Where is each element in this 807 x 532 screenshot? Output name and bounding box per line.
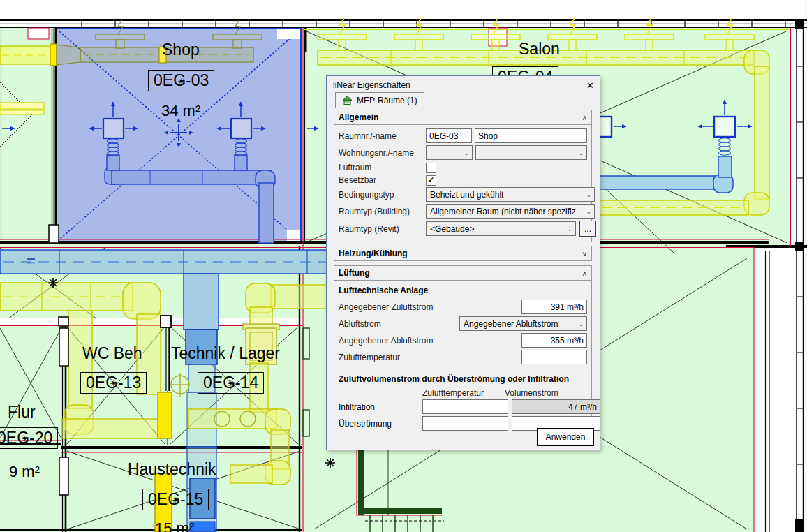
infiltration-label: Infiltration xyxy=(339,402,422,412)
ueberstroemung-label: Überströmung xyxy=(339,419,422,429)
close-icon[interactable]: ✕ xyxy=(586,81,594,90)
raumtyp-more-button[interactable]: ... xyxy=(579,221,596,237)
chevron-down-icon: ⌄ xyxy=(567,226,572,232)
tab-strip: MEP-Räume (1) xyxy=(327,92,600,108)
infiltration-temp-field[interactable] xyxy=(422,399,508,414)
infiltration-heading: Zuluftvolumenstrom durch Überströmung od… xyxy=(339,374,587,384)
infiltration-volume-field: 47 m³/h xyxy=(512,399,600,414)
luftraum-label: Luftraum xyxy=(339,163,426,172)
section-body-lueftung: Lufttechnische Anlage Angegebener Zuluft… xyxy=(334,281,592,436)
tab-label: MEP-Räume (1) xyxy=(357,96,417,105)
anlage-heading: Lufttechnische Anlage xyxy=(339,286,587,295)
chevron-up-icon[interactable]: ∧ xyxy=(582,269,587,277)
chevron-down-icon: ⌄ xyxy=(586,191,591,198)
room-label-shop: Shop xyxy=(162,40,200,59)
room-area-haustechnik: 15 m² xyxy=(155,519,194,532)
section-body-allgemein: Raumnr./-name 0EG-03 Shop Wohnungsnr./-n… xyxy=(334,125,592,242)
wohnungsname-select[interactable]: ⌄ xyxy=(475,145,587,160)
zuluft-label: Angegebener Zuluftstrom xyxy=(339,302,521,312)
wohnungsnr-label: Wohnungsnr./-name xyxy=(339,148,426,158)
section-header-lueftung[interactable]: Lüftung ∧ xyxy=(334,265,592,281)
raumnr-label: Raumnr./-name xyxy=(339,131,426,141)
apply-button[interactable]: Anwenden xyxy=(537,428,594,446)
bedingungstyp-label: Bedingungstyp xyxy=(339,190,426,200)
abluft-field[interactable]: 355 m³/h xyxy=(521,333,587,348)
raumtyp-revit-select[interactable]: <Gebäude> ⌄ xyxy=(426,221,576,236)
tab-mep-raeume[interactable]: MEP-Räume (1) xyxy=(335,92,424,108)
room-area-shop: 34 m² xyxy=(161,102,200,120)
room-tag-haustechnik[interactable]: ✳ 0EG-15 xyxy=(142,489,209,510)
chevron-down-icon: ⌄ xyxy=(586,208,591,215)
room-label-flur: Flur xyxy=(8,403,36,422)
room-label-wc: WC Beh xyxy=(82,344,142,363)
zulufttemp-label: Zulufttemperatur xyxy=(339,353,521,362)
bedingungstyp-select[interactable]: Beheizt und gekühlt ⌄ xyxy=(426,187,595,202)
raumtyp-revit-label: Raumtyp (Revit) xyxy=(339,224,426,234)
chevron-up-icon[interactable]: ∧ xyxy=(582,114,587,121)
col-volumenstrom: Volumenstrom xyxy=(505,388,586,398)
raumname-field[interactable]: Shop xyxy=(475,128,587,143)
col-zulufttemperatur: Zulufttemperatur xyxy=(422,388,501,398)
linear-properties-dialog: liNear Eigenschaften ✕ MEP-Räume (1) All… xyxy=(326,75,600,450)
dialog-titlebar[interactable]: liNear Eigenschaften ✕ xyxy=(327,76,600,92)
raumtyp-building-select[interactable]: Allgemeiner Raum (nicht näher spezifiz ⌄ xyxy=(426,204,595,219)
room-tag-wc[interactable]: ✳ 0EG-13 xyxy=(80,372,147,394)
room-tag-shop[interactable]: ✳ 0EG-03 xyxy=(148,70,214,91)
besetzbar-checkbox[interactable]: ✓ xyxy=(426,175,436,186)
room-area-flur: 9 m² xyxy=(9,463,40,481)
dialog-title: liNear Eigenschaften xyxy=(333,80,410,90)
abluft-label: Angegebener Abluftstrom xyxy=(339,336,521,346)
zuluft-field[interactable]: 391 m³/h xyxy=(521,300,587,314)
room-label-haustechnik: Haustechnik xyxy=(128,460,216,479)
room-tag-technik[interactable]: ✳ 0EG-14 xyxy=(198,372,264,394)
abluft-mode-select[interactable]: Angegebener Abluftstrom ⌄ xyxy=(459,316,587,331)
room-label-salon: Salon xyxy=(519,40,560,59)
chevron-down-icon[interactable]: ∨ xyxy=(582,250,587,258)
ueberstroemung-temp-field[interactable] xyxy=(422,416,508,431)
floorplan-canvas: Shop ✳ 0EG-03 34 m² Salon ✳ 0EG-04 WC Be… xyxy=(0,0,807,532)
chevron-down-icon: ⌄ xyxy=(578,320,584,327)
house-icon xyxy=(342,96,353,105)
abluft-mode-label: Abluftstrom xyxy=(339,319,459,329)
section-header-allgemein[interactable]: Allgemein ∧ xyxy=(334,110,592,125)
room-tag-flur[interactable]: ✳ 0EG-20 xyxy=(0,427,58,449)
luftraum-checkbox[interactable] xyxy=(426,163,436,173)
chevron-down-icon: ⌄ xyxy=(464,149,469,156)
besetzbar-label: Besetzbar xyxy=(339,175,426,185)
section-header-heizung[interactable]: Heizung/Kühlung ∨ xyxy=(334,246,592,261)
zulufttemp-field[interactable] xyxy=(521,350,587,364)
raumnr-field[interactable]: 0EG-03 xyxy=(426,128,472,143)
room-label-technik: Technik / Lager xyxy=(171,344,280,363)
raumtyp-building-label: Raumtyp (Building) xyxy=(339,207,426,216)
chevron-down-icon: ⌄ xyxy=(578,149,584,156)
wohnungsnr-select[interactable]: ⌄ xyxy=(426,145,473,160)
